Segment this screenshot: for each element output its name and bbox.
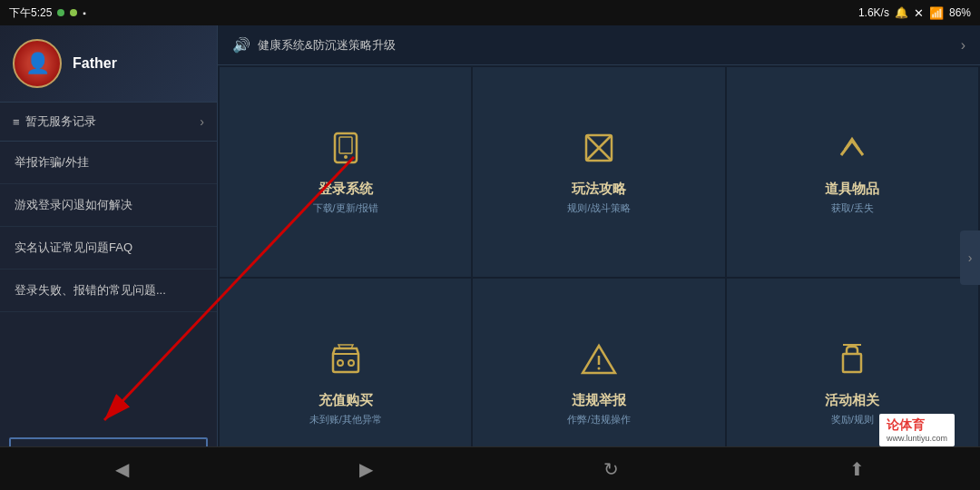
speaker-icon: 🔊 (232, 36, 250, 54)
violation-subtitle: 作弊/违规操作 (567, 413, 630, 426)
svg-point-6 (338, 360, 343, 366)
refresh-icon: ↻ (603, 458, 619, 480)
share-icon: ⬆ (849, 458, 865, 480)
gameplay-subtitle: 规则/战斗策略 (567, 201, 630, 215)
violation-icon (581, 341, 617, 383)
announcement-chevron-icon: › (961, 37, 965, 54)
activity-icon (834, 341, 870, 383)
sidebar-menu: 举报诈骗/外挂 游戏登录闪退如何解决 实名认证常见问题FAQ 登录失败、报错的常… (0, 142, 217, 430)
svg-rect-1 (339, 137, 352, 153)
edge-collapse-button[interactable]: › (960, 230, 980, 285)
status-left: 下午5:25 ▪ (9, 5, 86, 21)
svg-rect-12 (843, 354, 861, 372)
sidebar-item-label: 登录失败、报错的常见问题... (15, 283, 166, 297)
help-grid: 登录系统 下载/更新/报错 玩法攻略 规则/战斗策略 (218, 65, 980, 490)
activity-subtitle: 奖励/规则 (831, 413, 874, 426)
service-record-item[interactable]: ≡ 暂无服务记录 › (0, 103, 217, 142)
watermark-url: www.luntiyu.com (887, 434, 947, 443)
wifi-signal-icon: 📶 (929, 6, 944, 20)
nav-back-button[interactable]: ◀ (97, 451, 147, 487)
items-title: 道具物品 (825, 181, 879, 198)
sidebar-item-login-crash[interactable]: 游戏登录闪退如何解决 (0, 184, 217, 227)
items-icon (834, 130, 870, 172)
gameplay-icon (581, 130, 617, 172)
svg-point-11 (597, 367, 600, 369)
recharge-subtitle: 未到账/其他异常 (309, 413, 382, 426)
user-profile: Father (0, 25, 217, 103)
sidebar-item-login-fail[interactable]: 登录失败、报错的常见问题... (0, 270, 217, 312)
grid-item-login[interactable]: 登录系统 下载/更新/报错 (220, 67, 471, 277)
main-container: Father ≡ 暂无服务记录 › 举报诈骗/外挂 游戏登录闪退如何解决 实名认… (0, 25, 980, 490)
battery-display: 86% (949, 6, 971, 19)
forward-icon: ▶ (359, 458, 373, 480)
sidebar-item-label: 实名认证常见问题FAQ (15, 240, 132, 254)
chevron-right-icon: › (200, 114, 204, 129)
gameplay-title: 玩法攻略 (572, 181, 626, 198)
service-record-left: ≡ 暂无服务记录 (13, 113, 96, 130)
username: Father (73, 55, 117, 72)
signal-icon: 🔔 (895, 6, 908, 19)
login-subtitle: 下载/更新/报错 (313, 201, 378, 215)
watermark: 论体育 www.luntiyu.com (879, 414, 955, 446)
sidebar-item-report[interactable]: 举报诈骗/外挂 (0, 142, 217, 184)
announcement-text: 健康系统&防沉迷策略升级 (258, 37, 396, 54)
signal-dot1 (57, 9, 64, 16)
back-icon: ◀ (115, 458, 129, 480)
items-subtitle: 获取/丢失 (831, 201, 874, 215)
status-right: 1.6K/s 🔔 ✕ 📶 86% (858, 6, 971, 20)
extra-icon: ▪ (83, 8, 86, 18)
wifi-icon: ✕ (914, 6, 924, 20)
nav-refresh-button[interactable]: ↻ (585, 451, 637, 487)
bottom-nav: ◀ ▶ ↻ ⬆ (0, 446, 980, 490)
signal-dot2 (70, 9, 77, 16)
nav-forward-button[interactable]: ▶ (341, 451, 391, 487)
login-icon (328, 130, 364, 172)
sidebar: Father ≡ 暂无服务记录 › 举报诈骗/外挂 游戏登录闪退如何解决 实名认… (0, 25, 218, 490)
record-label: 暂无服务记录 (25, 113, 96, 130)
grid-item-items[interactable]: 道具物品 获取/丢失 (727, 67, 978, 277)
announcement-banner[interactable]: 🔊 健康系统&防沉迷策略升级 › (218, 25, 980, 65)
login-title: 登录系统 (318, 181, 373, 198)
svg-point-2 (344, 155, 348, 159)
sidebar-item-real-name[interactable]: 实名认证常见问题FAQ (0, 227, 217, 270)
announcement-left: 🔊 健康系统&防沉迷策略升级 (232, 36, 396, 54)
svg-point-7 (348, 360, 354, 366)
avatar (13, 39, 62, 88)
sidebar-item-label: 游戏登录闪退如何解决 (15, 198, 132, 211)
watermark-brand: 论体育 (887, 417, 947, 434)
network-speed: 1.6K/s (858, 6, 889, 19)
activity-title: 活动相关 (825, 392, 879, 409)
recharge-title: 充值购买 (318, 392, 373, 409)
content-area: 🔊 健康系统&防沉迷策略升级 › 登录系统 下载/更新/报错 (218, 25, 980, 490)
violation-title: 违规举报 (572, 392, 626, 409)
nav-share-button[interactable]: ⬆ (831, 451, 883, 487)
status-bar: 下午5:25 ▪ 1.6K/s 🔔 ✕ 📶 86% (0, 0, 980, 25)
sidebar-item-label: 举报诈骗/外挂 (15, 155, 89, 169)
record-icon: ≡ (13, 115, 20, 129)
time-display: 下午5:25 (9, 5, 52, 21)
grid-item-gameplay[interactable]: 玩法攻略 规则/战斗策略 (473, 67, 724, 277)
recharge-icon (328, 341, 364, 383)
